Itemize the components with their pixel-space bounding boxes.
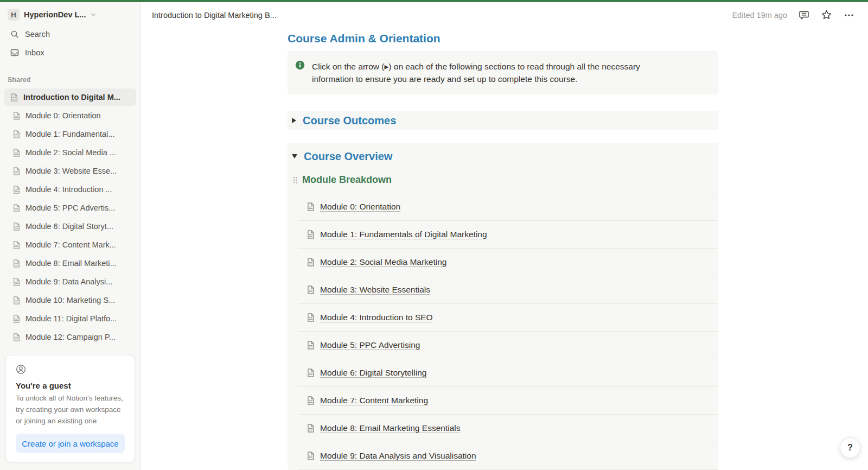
sidebar: H HyperionDev L... Search Inbox Shared: [0, 2, 141, 470]
page-icon: [12, 148, 21, 157]
document: Course Admin & Orientation Click on the …: [288, 28, 718, 470]
app-window: H HyperionDev L... Search Inbox Shared: [0, 0, 868, 470]
sidebar-page-item[interactable]: Module 0: Orientation: [4, 107, 136, 124]
sidebar-page-item[interactable]: Module 10: Marketing S...: [4, 291, 136, 309]
page-icon: [306, 313, 316, 322]
sidebar-item-label: Inbox: [25, 48, 44, 57]
sidebar-page-item[interactable]: Module 1: Fundamental...: [4, 125, 136, 143]
sidebar-page-item[interactable]: Module 8: Email Marketi...: [4, 255, 136, 272]
drag-handle-icon[interactable]: [292, 176, 298, 185]
callout-block[interactable]: Click on the arrow (▸) on each of the fo…: [288, 51, 718, 94]
page-icon: [12, 296, 21, 305]
page-icon: [306, 340, 316, 350]
workspace-name: HyperionDev L...: [24, 10, 86, 19]
sidebar-page-item[interactable]: Module 7: Content Mark...: [4, 236, 136, 253]
toggle-course-overview-header[interactable]: Course Overview: [288, 146, 718, 163]
page-icon: [12, 333, 21, 342]
sidebar-page-label: Module 10: Marketing S...: [25, 296, 115, 304]
sidebar-page-item[interactable]: Module 5: PPC Advertis...: [4, 199, 136, 217]
module-page-link[interactable]: Module 2: Social Media Marketing: [320, 257, 446, 267]
module-page-link[interactable]: Module 0: Orientation: [320, 202, 400, 212]
page-icon: [10, 93, 19, 102]
workspace-switcher[interactable]: H HyperionDev L...: [0, 2, 141, 25]
workspace-logo: H: [8, 9, 20, 21]
module-row[interactable]: Module 1: Fundamentals of Digital Market…: [298, 221, 718, 249]
module-page-link[interactable]: Module 7: Content Marketing: [320, 396, 428, 405]
module-row[interactable]: Module 8: Email Marketing Essentials: [298, 415, 718, 442]
toggle-heading: Course Outcomes: [303, 115, 396, 127]
toggle-course-outcomes[interactable]: Course Outcomes: [288, 111, 718, 130]
comments-icon[interactable]: [799, 10, 809, 21]
sidebar-page-list: Introduction to Digital M... Module 0: O…: [0, 88, 141, 346]
sidebar-page-label: Module 6: Digital Storyt...: [25, 222, 113, 231]
module-page-link[interactable]: Module 9: Data Analysis and Visualisatio…: [320, 451, 476, 461]
page-icon: [12, 314, 21, 323]
sidebar-page-label: Introduction to Digital M...: [23, 93, 120, 101]
module-row[interactable]: Module 0: Orientation: [298, 193, 718, 221]
page-icon: [306, 423, 316, 433]
page-icon: [12, 222, 21, 231]
sidebar-page-label: Module 0: Orientation: [25, 111, 101, 120]
sidebar-page-label: Module 2: Social Media ...: [25, 148, 116, 157]
breadcrumb-page-title[interactable]: Introduction to Digital Marketing B...: [152, 11, 277, 20]
module-page-link[interactable]: Module 6: Digital Storytelling: [320, 368, 426, 378]
toggle-collapsed-arrow-icon[interactable]: [292, 118, 296, 123]
module-row[interactable]: Module 4: Introduction to SEO: [298, 304, 718, 332]
toggle-heading: Course Overview: [304, 150, 392, 163]
sidebar-item-inbox[interactable]: Inbox: [2, 45, 138, 61]
sidebar-page-label: Module 7: Content Mark...: [25, 240, 116, 249]
page-icon: [12, 240, 21, 250]
module-row[interactable]: Module 6: Digital Storytelling: [298, 359, 718, 387]
sidebar-page-item[interactable]: Module 6: Digital Storyt...: [4, 218, 136, 235]
guest-description: To unlock all of Notion's features, try …: [16, 393, 125, 427]
module-row[interactable]: Module 3: Website Essentials: [298, 276, 718, 304]
sidebar-page-item[interactable]: Introduction to Digital M...: [4, 88, 136, 106]
topbar: Introduction to Digital Marketing B... E…: [141, 2, 868, 28]
sidebar-page-item[interactable]: Module 12: Campaign P...: [4, 328, 136, 346]
more-options-icon[interactable]: [844, 10, 854, 21]
module-page-link[interactable]: Module 1: Fundamentals of Digital Market…: [320, 230, 487, 239]
module-page-link[interactable]: Module 8: Email Marketing Essentials: [320, 423, 460, 433]
page-icon: [12, 259, 21, 268]
section-heading-course-admin[interactable]: Course Admin & Orientation: [288, 32, 718, 45]
module-page-link[interactable]: Module 5: PPC Advertising: [320, 340, 420, 350]
sidebar-page-item[interactable]: Module 4: Introduction ...: [4, 181, 136, 198]
module-row[interactable]: Module 9: Data Analysis and Visualisatio…: [298, 442, 718, 470]
sidebar-section-shared: Shared: [0, 62, 141, 88]
sidebar-item-label: Search: [25, 30, 50, 39]
sidebar-page-item[interactable]: Module 9: Data Analysi...: [4, 273, 136, 290]
page-icon: [306, 202, 316, 212]
module-row[interactable]: Module 2: Social Media Marketing: [298, 249, 718, 276]
module-page-link[interactable]: Module 3: Website Essentials: [320, 285, 430, 295]
sidebar-page-label: Module 4: Introduction ...: [25, 185, 112, 194]
sidebar-page-label: Module 1: Fundamental...: [25, 130, 114, 138]
sidebar-page-item[interactable]: Module 2: Social Media ...: [4, 144, 136, 161]
sidebar-item-search[interactable]: Search: [2, 26, 138, 42]
edited-timestamp: Edited 19m ago: [732, 11, 787, 20]
module-row[interactable]: Module 5: PPC Advertising: [298, 332, 718, 359]
module-list: Module 0: Orientation Module 1: Fundamen…: [298, 193, 718, 470]
sidebar-page-label: Module 12: Campaign P...: [25, 333, 116, 341]
module-breakdown-heading-row: Module Breakdown: [288, 163, 718, 186]
sidebar-page-label: Module 8: Email Marketi...: [25, 259, 117, 268]
page-icon: [12, 204, 21, 213]
module-page-link[interactable]: Module 4: Introduction to SEO: [320, 313, 433, 322]
create-or-join-workspace-button[interactable]: Create or join a workspace: [16, 434, 125, 453]
help-button[interactable]: ?: [840, 437, 860, 458]
page-icon: [12, 111, 21, 120]
sidebar-page-item[interactable]: Module 3: Website Esse...: [4, 162, 136, 180]
guest-panel: You're a guest To unlock all of Notion's…: [5, 355, 135, 462]
module-row[interactable]: Module 7: Content Marketing: [298, 387, 718, 415]
info-icon: [295, 60, 305, 85]
page-icon: [306, 230, 316, 239]
sidebar-page-item[interactable]: Module 11: Digital Platfo...: [4, 310, 136, 327]
sidebar-page-label: Module 9: Data Analysi...: [25, 277, 112, 286]
page-icon: [306, 285, 316, 295]
module-breakdown-heading: Module Breakdown: [302, 174, 392, 186]
page-icon: [306, 368, 316, 378]
toggle-expanded-arrow-icon[interactable]: [292, 154, 297, 158]
sidebar-page-label: Module 5: PPC Advertis...: [25, 204, 115, 212]
page-icon: [12, 130, 21, 139]
favorite-star-icon[interactable]: [821, 9, 832, 21]
page-icon: [12, 185, 21, 194]
